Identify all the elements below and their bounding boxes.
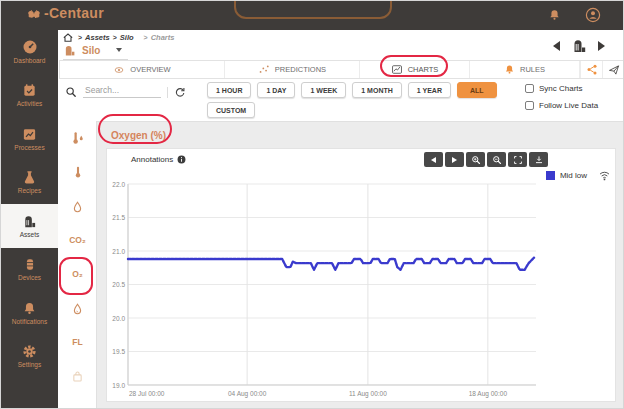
- tab-label: PREDICTIONS: [275, 65, 326, 74]
- zoom-in-button[interactable]: [466, 152, 485, 167]
- next-asset-icon[interactable]: [598, 41, 605, 51]
- notifications-bell-icon[interactable]: [548, 8, 561, 22]
- sidebar-item-activities[interactable]: Activities: [1, 74, 58, 118]
- time-range-1-week[interactable]: 1 WEEK: [301, 82, 346, 98]
- process-chart-icon: [22, 127, 37, 142]
- account-icon[interactable]: [585, 7, 601, 23]
- zoom-out-button[interactable]: [487, 152, 506, 167]
- sync-charts-checkbox[interactable]: Sync Charts: [525, 84, 598, 93]
- download-button[interactable]: [529, 152, 548, 167]
- silo-icon: [63, 44, 76, 57]
- gear-icon: [22, 344, 37, 359]
- time-range-all[interactable]: ALL: [457, 82, 497, 98]
- download-icon: [534, 155, 544, 165]
- tab-label: CHARTS: [408, 65, 439, 74]
- oxygen-chart-plot[interactable]: 22.021.521.020.520.019.519.028 Jul 00:00…: [107, 175, 615, 401]
- sidebar-item-label: Processes: [14, 144, 44, 151]
- sidebar-item-processes[interactable]: Processes: [1, 117, 58, 161]
- co2-label: CO₂: [69, 235, 86, 245]
- sensor-fl[interactable]: FL: [59, 325, 96, 359]
- share-button[interactable]: [580, 61, 602, 78]
- pan-left-button[interactable]: [424, 152, 443, 167]
- sidebar-item-label: Devices: [18, 274, 41, 281]
- breadcrumb-item-assets[interactable]: Assets: [85, 33, 110, 42]
- chart-line-icon: [391, 64, 403, 75]
- chart-toolbar: [424, 152, 548, 167]
- pan-right-button[interactable]: [445, 152, 464, 167]
- sidebar-item-recipes[interactable]: Recipes: [1, 161, 58, 205]
- search-group: [65, 85, 186, 98]
- top-bar: -Centaur: [1, 1, 624, 30]
- topbar-outline-decoration: [234, 0, 392, 19]
- device-canister-icon: [23, 257, 37, 272]
- tab-predictions[interactable]: PREDICTIONS: [225, 61, 360, 78]
- sensor-o2[interactable]: O₂: [59, 257, 96, 291]
- tab-label: RULES: [520, 65, 545, 74]
- pan-left-icon: [431, 157, 436, 163]
- bell-icon: [22, 301, 37, 316]
- breadcrumb-separator: >: [78, 34, 82, 41]
- app-window: -Centaur Da: [0, 0, 624, 409]
- checkbox-label: Sync Charts: [539, 84, 583, 93]
- prev-asset-icon[interactable]: [553, 41, 560, 51]
- calendar-check-icon: [22, 83, 37, 98]
- tab-rules[interactable]: RULES: [470, 61, 580, 78]
- o2-label: O₂: [72, 269, 82, 279]
- tab-charts[interactable]: CHARTS: [360, 61, 470, 78]
- checkbox-icon: [525, 101, 534, 110]
- breadcrumb-separator: >: [113, 34, 117, 41]
- breadcrumb-item-silo[interactable]: Silo: [120, 33, 134, 42]
- sidebar-item-dashboard[interactable]: Dashboard: [1, 30, 58, 74]
- sidebar-item-assets[interactable]: Assets: [1, 204, 58, 248]
- refresh-icon[interactable]: [174, 86, 186, 98]
- annotations-label: Annotations: [131, 155, 173, 164]
- annotations-control[interactable]: Annotations: [131, 155, 186, 164]
- bell-icon: [504, 64, 515, 75]
- sidebar-item-settings[interactable]: Settings: [1, 335, 58, 379]
- sensor-temperature-humidity[interactable]: [59, 121, 96, 155]
- sidebar-item-notifications[interactable]: Notifications: [1, 291, 58, 335]
- section-tabs: OVERVIEW PREDICTIONS CHARTS: [59, 60, 624, 79]
- time-range-custom[interactable]: CUSTOM: [207, 102, 255, 118]
- chevron-down-icon: [116, 48, 122, 52]
- svg-text:28 Jul 00:00: 28 Jul 00:00: [129, 390, 165, 397]
- sidebar-item-label: Activities: [17, 100, 43, 107]
- moth-logo-icon: [25, 8, 43, 21]
- search-input[interactable]: [83, 85, 161, 98]
- home-icon[interactable]: [63, 33, 73, 42]
- asset-navigation: [553, 38, 605, 54]
- svg-text:19.5: 19.5: [112, 348, 125, 355]
- divider: [167, 87, 168, 98]
- breadcrumb-separator: >: [144, 34, 148, 41]
- sensor-temperature[interactable]: [59, 155, 96, 189]
- send-button[interactable]: [602, 61, 624, 78]
- sensor-rail: CO₂ O₂ FL: [59, 121, 96, 409]
- asset-selector[interactable]: Silo: [63, 43, 128, 60]
- expand-icon: [513, 155, 523, 165]
- sensor-humidity-2[interactable]: [59, 291, 96, 325]
- paper-plane-icon: [608, 64, 620, 76]
- sensor-humidity[interactable]: [59, 189, 96, 223]
- tab-actions: [580, 61, 624, 78]
- time-range-1-year[interactable]: 1 YEAR: [408, 82, 451, 98]
- tab-overview[interactable]: OVERVIEW: [60, 61, 225, 78]
- droplet-icon: [71, 200, 84, 213]
- follow-live-data-checkbox[interactable]: Follow Live Data: [525, 101, 598, 110]
- time-range-1-month[interactable]: 1 MONTH: [352, 82, 402, 98]
- svg-text:22.0: 22.0: [112, 181, 125, 188]
- svg-text:21.0: 21.0: [112, 248, 125, 255]
- time-range-1-day[interactable]: 1 DAY: [257, 82, 295, 98]
- droplet-icon: [71, 302, 84, 315]
- search-icon: [65, 86, 77, 98]
- sidebar-item-devices[interactable]: Devices: [1, 248, 58, 292]
- svg-text:11 Aug 00:00: 11 Aug 00:00: [349, 390, 387, 398]
- reset-zoom-button[interactable]: [508, 152, 527, 167]
- info-icon[interactable]: [177, 155, 186, 164]
- time-range-1-hour[interactable]: 1 HOUR: [207, 82, 251, 98]
- sensor-bag[interactable]: [59, 359, 96, 393]
- silo-icon[interactable]: [571, 38, 587, 54]
- sensor-co2[interactable]: CO₂: [59, 223, 96, 257]
- logo[interactable]: -Centaur: [25, 5, 104, 21]
- zoom-in-icon: [471, 155, 481, 165]
- fl-label: FL: [72, 337, 82, 347]
